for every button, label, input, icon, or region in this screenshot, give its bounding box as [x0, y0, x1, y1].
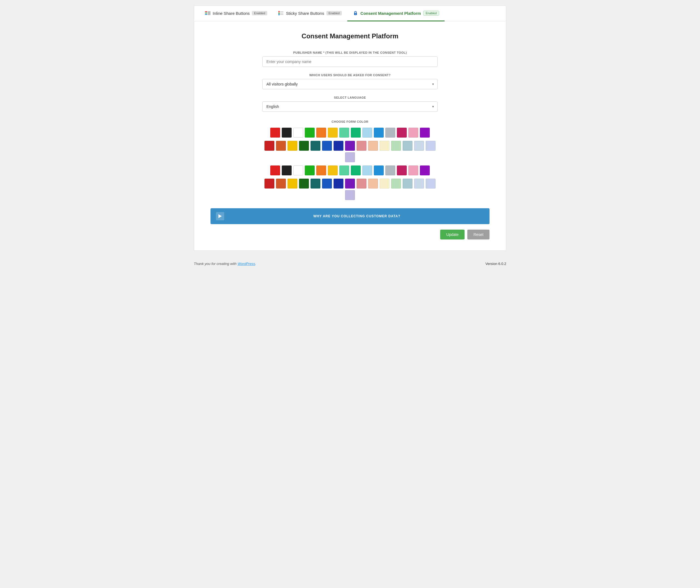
svg-rect-6 — [278, 14, 279, 15]
reset-button[interactable]: Reset — [467, 230, 490, 239]
color-swatch[interactable] — [397, 165, 407, 175]
language-select-wrapper: English French German Spanish Italian ▾ — [262, 101, 438, 112]
color-swatch[interactable] — [299, 141, 309, 151]
color-label: CHOOSE FORM COLOR — [262, 120, 438, 123]
play-icon — [216, 212, 224, 220]
color-swatch[interactable] — [322, 179, 332, 189]
tab-sticky-label: Sticky Share Buttons — [286, 11, 324, 16]
color-swatch[interactable] — [357, 141, 367, 151]
color-swatch[interactable] — [403, 179, 413, 189]
color-swatch[interactable] — [333, 141, 343, 151]
color-swatch[interactable] — [386, 128, 395, 138]
color-swatch[interactable] — [380, 141, 390, 151]
update-button[interactable]: Update — [440, 230, 465, 239]
tab-sticky-share[interactable]: Sticky Share Buttons Enabled — [273, 6, 347, 21]
color-swatch[interactable] — [276, 141, 286, 151]
color-swatch[interactable] — [310, 179, 320, 189]
sticky-share-icon — [278, 11, 284, 15]
color-swatch[interactable] — [391, 179, 401, 189]
publisher-label: PUBLISHER NAME * (this will be displayed… — [262, 51, 438, 54]
color-grid — [262, 128, 438, 200]
color-swatch[interactable] — [426, 179, 436, 189]
color-swatch[interactable] — [420, 128, 430, 138]
color-swatch[interactable] — [328, 165, 338, 175]
svg-rect-7 — [280, 12, 283, 12]
color-swatch[interactable] — [351, 128, 361, 138]
lock-icon — [353, 11, 358, 15]
color-swatch[interactable] — [403, 141, 413, 151]
users-select[interactable]: All visitors globally EU visitors only U… — [262, 79, 438, 89]
wordpress-link[interactable]: WordPress — [238, 262, 255, 266]
color-swatch[interactable] — [420, 165, 430, 175]
page-title: Consent Management Platform — [210, 32, 490, 40]
expand-banner[interactable]: WHY ARE YOU COLLECTING CUSTOMER DATA? — [210, 208, 490, 224]
language-group: SELECT LANGUAGE English French German Sp… — [262, 96, 438, 112]
color-swatch[interactable] — [391, 141, 401, 151]
color-section: CHOOSE FORM COLOR — [262, 120, 438, 200]
language-select[interactable]: English French German Spanish Italian — [262, 101, 438, 112]
color-swatch[interactable] — [368, 179, 378, 189]
svg-rect-8 — [280, 13, 283, 13]
svg-rect-3 — [208, 11, 210, 15]
color-swatch[interactable] — [351, 165, 361, 175]
color-swatch[interactable] — [305, 128, 314, 138]
color-swatch[interactable] — [276, 179, 286, 189]
color-swatch[interactable] — [414, 141, 424, 151]
color-swatch[interactable] — [397, 128, 407, 138]
svg-rect-1 — [205, 13, 207, 13]
color-swatch[interactable] — [264, 179, 274, 189]
color-swatch[interactable] — [357, 179, 367, 189]
color-swatch[interactable] — [322, 141, 332, 151]
color-swatch[interactable] — [409, 128, 418, 138]
color-swatch[interactable] — [299, 179, 309, 189]
color-swatch[interactable] — [345, 152, 355, 162]
color-swatch[interactable] — [316, 128, 326, 138]
color-swatch[interactable] — [409, 165, 418, 175]
color-swatch[interactable] — [345, 141, 355, 151]
color-swatch[interactable] — [386, 165, 395, 175]
action-buttons: Update Reset — [210, 230, 490, 239]
svg-rect-2 — [205, 14, 207, 15]
inline-share-icon — [205, 11, 210, 15]
tabs-bar: Inline Share Buttons Enabled Sticky Shar… — [194, 6, 506, 21]
publisher-input[interactable] — [262, 56, 438, 67]
color-swatch[interactable] — [374, 128, 384, 138]
color-swatch[interactable] — [328, 128, 338, 138]
color-swatch[interactable] — [426, 141, 436, 151]
color-swatch[interactable] — [339, 128, 349, 138]
color-swatch[interactable] — [282, 128, 291, 138]
color-swatch[interactable] — [293, 165, 303, 175]
color-swatch[interactable] — [270, 128, 280, 138]
color-swatch[interactable] — [362, 165, 372, 175]
footer-thank-you: Thank you for creating with WordPress. — [194, 262, 256, 266]
color-swatch[interactable] — [264, 141, 274, 151]
color-swatch[interactable] — [374, 165, 384, 175]
tab-consent-management[interactable]: Consent Management Platform Enabled — [347, 6, 445, 21]
svg-rect-4 — [278, 11, 279, 12]
color-swatch[interactable] — [287, 179, 297, 189]
color-swatch[interactable] — [339, 165, 349, 175]
publisher-name-group: PUBLISHER NAME * (this will be displayed… — [262, 51, 438, 67]
tab-inline-share[interactable]: Inline Share Buttons Enabled — [199, 6, 273, 21]
color-swatch[interactable] — [345, 190, 355, 200]
color-swatch[interactable] — [270, 165, 280, 175]
footer: Thank you for creating with WordPress. V… — [194, 256, 506, 271]
tab-sticky-badge: Enabled — [326, 11, 342, 15]
tab-inline-badge: Enabled — [252, 11, 267, 15]
color-swatch[interactable] — [305, 165, 314, 175]
tab-consent-label: Consent Management Platform — [361, 11, 421, 16]
color-swatch[interactable] — [282, 165, 291, 175]
color-swatch[interactable] — [414, 179, 424, 189]
users-label: WHICH USERS SHOULD BE ASKED FOR CONSENT? — [262, 73, 438, 77]
color-swatch[interactable] — [316, 165, 326, 175]
color-swatch[interactable] — [287, 141, 297, 151]
color-swatch[interactable] — [310, 141, 320, 151]
svg-rect-0 — [205, 11, 207, 12]
form-section: PUBLISHER NAME * (this will be displayed… — [262, 51, 438, 200]
color-swatch[interactable] — [345, 179, 355, 189]
color-swatch[interactable] — [380, 179, 390, 189]
color-swatch[interactable] — [293, 128, 303, 138]
color-swatch[interactable] — [362, 128, 372, 138]
color-swatch[interactable] — [368, 141, 378, 151]
color-swatch[interactable] — [333, 179, 343, 189]
